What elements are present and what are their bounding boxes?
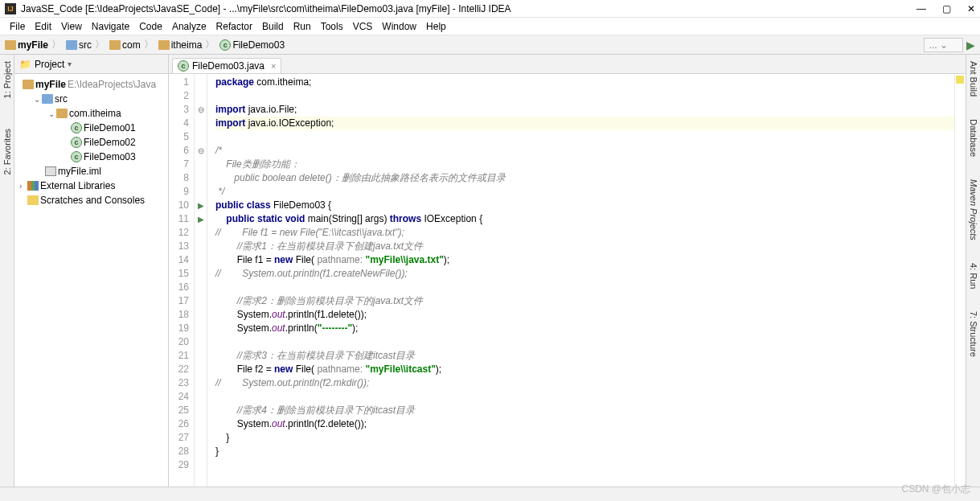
class-icon: c bbox=[178, 60, 189, 72]
tree-src[interactable]: ⌄ src bbox=[14, 92, 168, 106]
class-icon: c bbox=[71, 151, 82, 162]
code-area[interactable]: 1234567891011121314151617181920212223242… bbox=[169, 74, 966, 487]
menu-help[interactable]: Help bbox=[423, 19, 449, 34]
folder-icon bbox=[66, 40, 77, 50]
editor-tabs: c FileDemo03.java × bbox=[169, 55, 966, 74]
breadcrumb[interactable]: myFile〉 bbox=[5, 38, 63, 51]
folder-icon bbox=[23, 80, 34, 89]
breadcrumb[interactable]: c FileDemo03 bbox=[219, 39, 285, 51]
close-icon[interactable]: ✕ bbox=[967, 3, 975, 14]
file-tab[interactable]: c FileDemo03.java × bbox=[172, 58, 281, 73]
menu-run[interactable]: Run bbox=[290, 19, 314, 34]
left-tab-favorites[interactable]: 2: Favorites bbox=[2, 125, 13, 178]
menu-view[interactable]: View bbox=[58, 19, 85, 34]
run-button[interactable]: ▶ bbox=[966, 39, 975, 51]
minimize-icon[interactable]: — bbox=[916, 3, 926, 14]
scratch-icon bbox=[27, 195, 39, 205]
folder-icon bbox=[109, 40, 121, 50]
class-icon: c bbox=[71, 122, 82, 133]
breadcrumb[interactable]: src〉 bbox=[66, 38, 106, 51]
close-tab-icon[interactable]: × bbox=[271, 61, 276, 71]
menu-vcs[interactable]: VCS bbox=[350, 19, 376, 34]
menu-edit[interactable]: Edit bbox=[31, 19, 55, 34]
maximize-icon[interactable]: ▢ bbox=[942, 3, 951, 14]
tree-file[interactable]: c FileDemo03 bbox=[14, 150, 168, 164]
iml-icon bbox=[45, 166, 56, 176]
class-icon: c bbox=[71, 137, 82, 148]
right-tab-ant[interactable]: Ant Build bbox=[968, 58, 979, 100]
line-number-gutter: 1234567891011121314151617181920212223242… bbox=[169, 74, 195, 487]
right-tab-database[interactable]: Database bbox=[968, 116, 979, 160]
tab-label: FileDemo03.java bbox=[192, 60, 264, 72]
window-buttons: — ▢ ✕ bbox=[916, 3, 975, 14]
left-tab-project[interactable]: 1: Project bbox=[2, 58, 13, 101]
tree-root[interactable]: myFileE:\IdeaProjects\Java bbox=[14, 77, 168, 92]
run-config-select[interactable]: ... ⌄ bbox=[924, 38, 963, 52]
app-icon: IJ bbox=[5, 3, 16, 14]
right-tool-stripe: Ant Build Database Maven Projects 4: Run… bbox=[966, 55, 980, 487]
tree-ext-libs[interactable]: › External Libraries bbox=[14, 179, 168, 193]
window-title: JavaSE_Code [E:\IdeaProjects\JavaSE_Code… bbox=[21, 3, 916, 14]
right-tab-maven[interactable]: Maven Projects bbox=[968, 176, 979, 244]
class-icon: c bbox=[219, 39, 231, 51]
folder-icon bbox=[56, 109, 68, 118]
breadcrumb[interactable]: itheima〉 bbox=[158, 38, 217, 51]
warning-marker bbox=[956, 76, 964, 84]
code-content[interactable]: package com.itheima;import java.io.File;… bbox=[207, 74, 954, 487]
editor-marker-bar[interactable] bbox=[954, 74, 966, 487]
menu-code[interactable]: Code bbox=[136, 19, 166, 34]
marker-gutter: ⊖⊖▶▶ bbox=[195, 74, 207, 487]
sidebar-header: 📁 Project ▾ bbox=[14, 55, 168, 74]
breadcrumb[interactable]: com〉 bbox=[109, 38, 155, 51]
menu-navigate[interactable]: Navigate bbox=[88, 19, 133, 34]
menubar: File Edit View Navigate Code Analyze Ref… bbox=[0, 18, 980, 35]
menu-refactor[interactable]: Refactor bbox=[213, 19, 256, 34]
project-tree[interactable]: myFileE:\IdeaProjects\Java ⌄ src ⌄ com.i… bbox=[14, 74, 168, 487]
project-sidebar: 📁 Project ▾ myFileE:\IdeaProjects\Java ⌄… bbox=[14, 55, 169, 487]
right-tab-run[interactable]: 4: Run bbox=[968, 260, 979, 292]
right-tab-structure[interactable]: 7: Structure bbox=[968, 308, 979, 360]
tree-iml[interactable]: myFile.iml bbox=[14, 164, 168, 179]
folder-icon bbox=[5, 40, 16, 50]
tree-file[interactable]: c FileDemo02 bbox=[14, 135, 168, 150]
tree-scratches[interactable]: Scratches and Consoles bbox=[14, 193, 168, 207]
menu-tools[interactable]: Tools bbox=[318, 19, 346, 34]
menu-build[interactable]: Build bbox=[259, 19, 287, 34]
menu-analyze[interactable]: Analyze bbox=[169, 19, 210, 34]
tree-file[interactable]: c FileDemo01 bbox=[14, 121, 168, 135]
navbar: myFile〉 src〉 com〉 itheima〉 c FileDemo03 … bbox=[0, 35, 980, 55]
folder-icon bbox=[42, 94, 53, 104]
titlebar: IJ JavaSE_Code [E:\IdeaProjects\JavaSE_C… bbox=[0, 0, 980, 18]
menu-file[interactable]: File bbox=[6, 19, 28, 34]
library-icon bbox=[27, 181, 39, 191]
left-tool-stripe: 1: Project 2: Favorites bbox=[0, 55, 14, 487]
menu-window[interactable]: Window bbox=[379, 19, 420, 34]
status-bar bbox=[0, 487, 980, 501]
folder-icon bbox=[158, 40, 170, 50]
editor: c FileDemo03.java × 12345678910111213141… bbox=[169, 55, 966, 487]
tree-pkg[interactable]: ⌄ com.itheima bbox=[14, 106, 168, 121]
sidebar-title[interactable]: Project bbox=[35, 59, 64, 70]
